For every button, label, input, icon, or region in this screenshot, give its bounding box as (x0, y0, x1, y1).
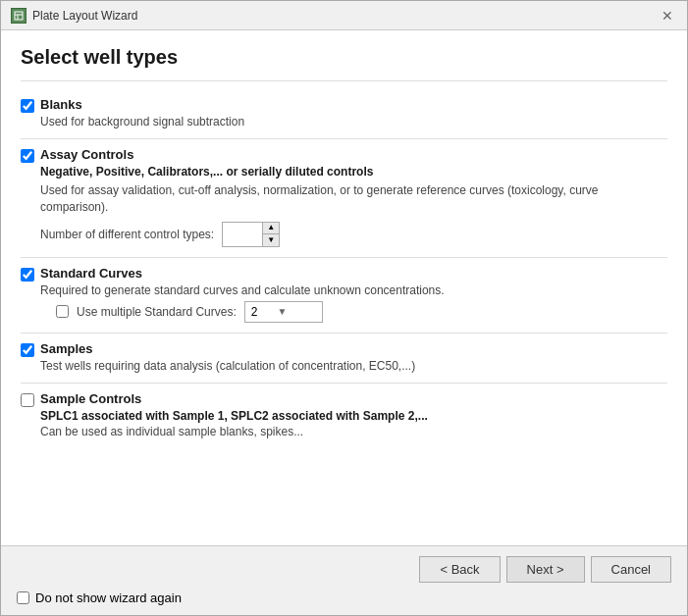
footer-bottom: Do not show wizard again (17, 590, 671, 605)
sample-controls-subtitle: SPLC1 associated with Sample 1, SPLC2 as… (40, 409, 667, 423)
divider-3 (21, 333, 667, 334)
assay-controls-subtitle: Negative, Positive, Calibrators,... or s… (40, 165, 667, 179)
multi-curves-value: 2 (251, 305, 258, 319)
blanks-checkbox[interactable] (21, 99, 34, 113)
sample-controls-section: Sample Controls SPLC1 associated with Sa… (21, 391, 667, 438)
page-title: Select well types (21, 46, 667, 81)
next-button[interactable]: Next > (506, 556, 585, 583)
blanks-section: Blanks Used for background signal subtra… (21, 97, 667, 128)
multi-standard-curves-checkbox[interactable] (56, 305, 69, 318)
spinbox-down-button[interactable]: ▼ (263, 234, 279, 246)
spinbox-up-button[interactable]: ▲ (263, 223, 279, 234)
assay-controls-section: Assay Controls Negative, Positive, Calib… (21, 147, 667, 247)
control-count-row: Number of different control types: 4 ▲ ▼ (40, 222, 667, 247)
sample-controls-checkbox[interactable] (21, 393, 34, 407)
footer: < Back Next > Cancel Do not show wizard … (1, 545, 687, 615)
footer-buttons: < Back Next > Cancel (17, 556, 671, 583)
divider-4 (21, 383, 667, 384)
standard-curves-checkbox[interactable] (21, 268, 34, 282)
divider-1 (21, 138, 667, 139)
assay-controls-detail: Used for assay validation, cut-off analy… (40, 182, 667, 216)
svg-rect-0 (15, 12, 23, 20)
titlebar: Plate Layout Wizard ✕ (1, 1, 687, 30)
multi-curve-row: Use multiple Standard Curves: 2 ▼ (56, 301, 667, 323)
close-button[interactable]: ✕ (658, 9, 677, 23)
standard-curves-description: Required to generate standard curves and… (40, 283, 667, 297)
main-window: Plate Layout Wizard ✕ Select well types … (0, 0, 688, 616)
control-count-input[interactable]: 4 (223, 223, 262, 246)
samples-title: Samples (40, 341, 92, 356)
blanks-checkbox-row: Blanks (21, 97, 667, 113)
control-count-label: Number of different control types: (40, 228, 214, 241)
titlebar-left: Plate Layout Wizard (11, 8, 137, 24)
samples-description: Test wells requiring data analysis (calc… (40, 359, 667, 373)
multi-curves-dropdown[interactable]: 2 ▼ (244, 301, 323, 323)
standard-curves-checkbox-row: Standard Curves (21, 266, 667, 282)
standard-curves-title: Standard Curves (40, 266, 142, 281)
divider-2 (21, 257, 667, 258)
do-not-show-label: Do not show wizard again (35, 590, 182, 605)
samples-checkbox[interactable] (21, 343, 34, 357)
content-area: Select well types Blanks Used for backgr… (1, 30, 687, 545)
multi-standard-curves-label: Use multiple Standard Curves: (77, 305, 237, 319)
sample-controls-checkbox-row: Sample Controls (21, 391, 667, 407)
blanks-description: Used for background signal subtraction (40, 115, 667, 128)
samples-checkbox-row: Samples (21, 341, 667, 357)
do-not-show-checkbox[interactable] (17, 591, 29, 604)
assay-controls-checkbox[interactable] (21, 149, 34, 163)
titlebar-title: Plate Layout Wizard (32, 9, 137, 23)
samples-section: Samples Test wells requiring data analys… (21, 341, 667, 373)
spinbox-buttons: ▲ ▼ (262, 223, 279, 246)
blanks-title: Blanks (40, 97, 82, 112)
control-count-spinbox[interactable]: 4 ▲ ▼ (222, 222, 280, 247)
sample-controls-description: Can be used as individual sample blanks,… (40, 425, 667, 438)
sample-controls-title: Sample Controls (40, 391, 141, 406)
standard-curves-section: Standard Curves Required to generate sta… (21, 266, 667, 323)
cancel-button[interactable]: Cancel (591, 556, 671, 583)
back-button[interactable]: < Back (419, 556, 500, 583)
assay-controls-checkbox-row: Assay Controls (21, 147, 667, 163)
app-icon (11, 8, 26, 24)
dropdown-arrow-icon: ▼ (277, 306, 287, 317)
assay-controls-title: Assay Controls (40, 147, 133, 162)
